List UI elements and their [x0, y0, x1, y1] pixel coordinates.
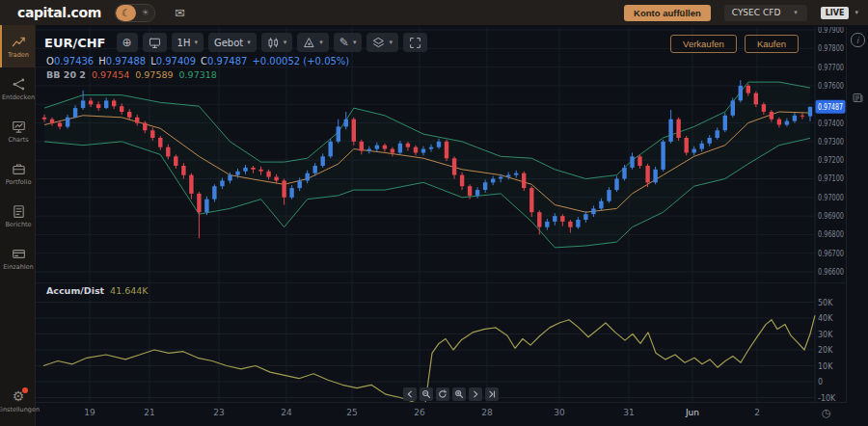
bollinger-legend[interactable]: BB 20 2 0.97454 0.97589 0.97318 [46, 69, 217, 80]
chart-type-select[interactable]: ▾ [261, 33, 293, 52]
sidebar-item-berichte[interactable]: Berichte [0, 195, 35, 237]
plus-circle-icon: ⊕ [122, 37, 132, 48]
chevron-down-icon: ▾ [794, 9, 798, 16]
sidebar-item-einzahlen[interactable]: Einzahlen [0, 237, 35, 280]
svg-text:0.97900: 0.97900 [818, 27, 844, 35]
svg-text:0.96900: 0.96900 [818, 212, 844, 221]
scroll-left-button[interactable] [403, 387, 417, 401]
indicators-select[interactable]: ▾ [297, 33, 329, 52]
svg-text:0.96700: 0.96700 [818, 250, 844, 258]
theme-toggle[interactable]: ☾ ☀ [115, 4, 155, 22]
sidebar-item-einstellungen[interactable]: ⚙ Einstellungen [0, 380, 35, 422]
light-mode-sun-icon[interactable]: ☀ [136, 8, 154, 17]
sidebar-item-portfolio[interactable]: Portfolio [0, 152, 35, 195]
pencil-icon: ✎ [339, 37, 349, 48]
info-icon[interactable]: i [851, 33, 865, 47]
accum-dist-legend[interactable]: Accum/Dist 41.644K [46, 285, 149, 296]
svg-text:0.97300: 0.97300 [818, 138, 844, 146]
chevron-down-icon: ▾ [319, 39, 323, 46]
high-value: 0.97488 [106, 56, 146, 67]
price-type-select[interactable]: Gebot▾ [208, 33, 257, 52]
open-value: 0.97436 [54, 56, 94, 67]
chevron-down-icon: ▾ [284, 39, 287, 46]
monitor-icon [12, 119, 26, 134]
time-tick: 26 [408, 408, 431, 417]
scroll-right-button[interactable] [469, 387, 482, 401]
time-tick: 31 [617, 408, 640, 417]
deposit-icon [12, 246, 26, 261]
svg-text:0.97000: 0.97000 [818, 194, 844, 202]
report-icon [12, 203, 26, 219]
account-select[interactable]: CYSEC CFD ▾ [724, 5, 807, 21]
news-icon[interactable] [852, 90, 864, 108]
layers-icon [372, 37, 385, 49]
chevron-down-icon: ▾ [194, 39, 198, 46]
time-tick: 30 [548, 408, 571, 417]
bb-upper-value: 0.97589 [135, 69, 173, 80]
indicator-value: 41.644K [110, 285, 148, 296]
clock-icon[interactable]: ◷ [822, 407, 831, 419]
chevron-down-icon: ▾ [389, 39, 393, 46]
sidebar: TradenEntdeckenChartsPortfolioBerichteEi… [0, 25, 36, 426]
time-tick: 21 [138, 408, 161, 417]
ohlc-legend: O0.97436 H0.97488 L0.97409 C0.97487 +0.0… [46, 56, 349, 67]
zoom-in-button[interactable] [452, 387, 466, 401]
zoom-out-button[interactable] [420, 387, 433, 401]
drawing-tools-select[interactable]: ✎ ▾ [334, 33, 363, 52]
account-select-value: CYSEC CFD [732, 8, 781, 17]
dark-mode-moon-icon[interactable]: ☾ [116, 5, 136, 21]
buy-button[interactable]: Kaufen [745, 35, 799, 53]
right-icon-strip: i [846, 27, 868, 403]
sell-button[interactable]: Verkaufen [670, 35, 737, 53]
chart-area: 0.979000.978000.977000.976000.975000.974… [35, 25, 868, 426]
notification-dot [22, 387, 28, 393]
close-value: 0.97487 [207, 56, 247, 67]
fullscreen-button[interactable] [403, 33, 427, 52]
trade-buttons: Verkaufen Kaufen [670, 35, 799, 53]
interval-select[interactable]: 1H▾ [172, 33, 203, 52]
accum-dist-panel[interactable]: 50K40K30K20K10K0-10K [35, 282, 846, 404]
svg-text:20K: 20K [818, 346, 833, 355]
svg-text:0.97200: 0.97200 [818, 156, 844, 165]
svg-text:0.97400: 0.97400 [818, 120, 844, 128]
network-icon [12, 76, 26, 92]
sidebar-item-label: Einstellungen [0, 406, 40, 413]
briefcase-icon [12, 161, 26, 176]
sidebar-item-charts[interactable]: Charts [0, 110, 35, 152]
chevron-down-icon: ▾ [353, 39, 357, 46]
go-to-latest-button[interactable] [485, 387, 499, 401]
expand-icon [409, 37, 421, 49]
chart-toolbar: EUR/CHF ⊕ 1H▾ Gebot▾ ▾ ▾ ✎ ▾ [44, 33, 427, 52]
indicators-icon [303, 37, 315, 49]
chevron-down-icon: ▾ [247, 39, 251, 46]
symbol-title: EUR/CHF [44, 36, 106, 50]
svg-text:0.97600: 0.97600 [818, 82, 844, 91]
add-instrument-button[interactable]: ⊕ [117, 33, 138, 52]
svg-text:30K: 30K [818, 331, 833, 339]
change-value: +0.00052 (+0.05%) [252, 56, 349, 67]
sidebar-item-traden[interactable]: Traden [0, 25, 35, 67]
trend-icon [12, 34, 26, 49]
layers-select[interactable]: ▾ [366, 33, 398, 52]
svg-text:0.96800: 0.96800 [818, 230, 844, 239]
time-tick: 24 [275, 408, 298, 417]
svg-text:40K: 40K [818, 314, 833, 323]
time-axis[interactable]: ◷ 192123242526283031Jun2 [35, 402, 868, 426]
chevron-down-icon[interactable]: ▾ [854, 9, 858, 16]
reset-view-button[interactable] [436, 387, 449, 401]
time-tick: 2 [746, 408, 769, 417]
time-tick: 28 [475, 408, 499, 417]
trading-platform: capital.com ☾ ☀ ✉ Konto auffüllen CYSEC … [0, 0, 868, 426]
svg-text:0.97487: 0.97487 [818, 103, 843, 112]
mail-icon[interactable]: ✉ [175, 6, 185, 20]
bb-middle-value: 0.97454 [92, 69, 129, 80]
screen-layout-button[interactable] [143, 33, 167, 52]
time-tick: Jun [681, 408, 704, 417]
topbar: capital.com ☾ ☀ ✉ Konto auffüllen CYSEC … [0, 0, 868, 25]
indicator-label: Accum/Dist [46, 285, 104, 296]
time-tick: 19 [78, 408, 101, 417]
gear-icon: ⚙ [13, 388, 25, 404]
svg-text:0.96600: 0.96600 [818, 268, 844, 277]
deposit-button[interactable]: Konto auffüllen [624, 5, 711, 21]
sidebar-item-entdecken[interactable]: Entdecken [0, 67, 35, 110]
